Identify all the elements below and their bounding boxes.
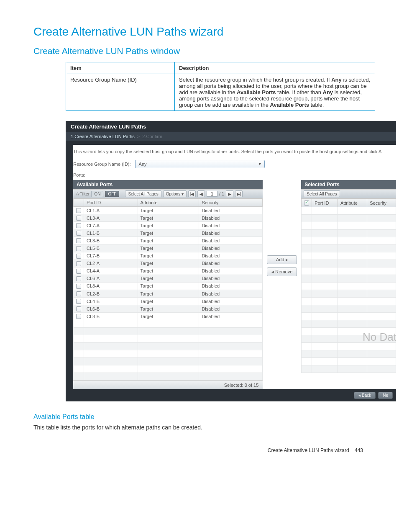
row-checkbox[interactable] [76, 314, 81, 319]
step-separator: > [137, 134, 140, 139]
remove-button[interactable]: ◂ Remove [267, 267, 297, 276]
filter-off-tab[interactable]: OFF [105, 191, 119, 197]
transfer-buttons: Add ▸ ◂ Remove [267, 180, 297, 276]
table-row[interactable]: CL4-ATargetDisabled [74, 267, 263, 275]
section-title: Create Alternative LUN Paths window [33, 46, 366, 56]
available-ports-header: Available Ports [73, 180, 263, 189]
table-row-empty [302, 260, 396, 267]
step-1: 1.Create Alternative LUN Paths [71, 134, 135, 139]
next-button[interactable]: Ne [378, 392, 393, 399]
table-row[interactable]: CL5-BTargetDisabled [74, 244, 263, 252]
sel-col-attribute[interactable]: Attribute [338, 199, 367, 207]
desc-description: Select the resource group in which the h… [175, 74, 375, 111]
col-port-id[interactable]: Port ID [84, 199, 138, 207]
table-row[interactable]: CL4-BTargetDisabled [74, 298, 263, 305]
wizard-intro: This wizard lets you copy the selected h… [73, 149, 396, 158]
selected-select-all-button[interactable]: Select All Pages [304, 190, 340, 197]
available-ports-toolbar: ✩Filter ON OFF Select All Pages Options … [73, 189, 263, 198]
row-checkbox[interactable] [76, 216, 81, 221]
add-button[interactable]: Add ▸ [267, 255, 297, 264]
available-ports-footer: Selected: 0 of 15 [73, 380, 263, 389]
table-row[interactable]: CL7-BTargetDisabled [74, 252, 263, 260]
table-row-empty [302, 320, 396, 328]
row-checkbox[interactable] [76, 208, 81, 213]
resource-group-select[interactable]: Any ▼ [135, 160, 265, 168]
col-attribute[interactable]: Attribute [138, 199, 199, 207]
footer-title: Create Alternative LUN Paths wizard [268, 447, 349, 453]
sel-col-security[interactable]: Security [367, 199, 396, 207]
row-checkbox[interactable] [76, 223, 81, 228]
row-checkbox[interactable] [76, 231, 81, 236]
table-row[interactable]: CL2-ATargetDisabled [74, 260, 263, 267]
table-row-empty [302, 245, 396, 252]
first-page-button[interactable]: |◀ [188, 190, 196, 197]
table-row-empty [74, 343, 263, 350]
table-row-empty [302, 365, 396, 373]
selected-ports-grid: Port ID Attribute Security [301, 198, 396, 373]
table-row[interactable]: CL6-ATargetDisabled [74, 275, 263, 282]
col-checkbox [74, 199, 84, 207]
row-checkbox[interactable] [76, 254, 81, 259]
row-checkbox[interactable] [76, 269, 81, 274]
available-ports-panel: Available Ports ✩Filter ON OFF Select Al… [73, 180, 263, 389]
select-all-pages-button[interactable]: Select All Pages [125, 190, 161, 197]
table-row-empty [302, 305, 396, 313]
wizard-screenshot: Create Alternative LUN Paths 1.Create Al… [66, 121, 396, 401]
row-checkbox[interactable] [76, 261, 81, 266]
table-row-empty [74, 358, 263, 365]
table-row-empty [302, 222, 396, 230]
table-row[interactable]: CL3-BTargetDisabled [74, 237, 263, 244]
table-row[interactable]: CL1-ATargetDisabled [74, 207, 263, 214]
table-row-empty [74, 373, 263, 380]
selected-ports-toolbar: Select All Pages [301, 189, 396, 198]
table-row[interactable]: CL1-BTargetDisabled [74, 229, 263, 237]
table-row[interactable]: CL2-BTargetDisabled [74, 290, 263, 298]
desc-header-description: Description [175, 62, 375, 74]
desc-header-item: Item [66, 62, 175, 74]
table-row-empty [302, 267, 396, 275]
next-page-button[interactable]: ▶ [226, 190, 233, 197]
col-security[interactable]: Security [199, 199, 263, 207]
prev-page-button[interactable]: ◀ [197, 190, 205, 197]
subsection-body: This table lists the ports for which alt… [33, 424, 366, 431]
checkbox-icon[interactable] [304, 200, 309, 206]
table-row[interactable]: CL7-ATargetDisabled [74, 222, 263, 229]
table-row[interactable]: CL8-BTargetDisabled [74, 313, 263, 320]
desc-item: Resource Group Name (ID) [66, 74, 175, 111]
filter-on-tab[interactable]: ON [91, 191, 103, 197]
description-table: Item Description Resource Group Name (ID… [66, 62, 375, 111]
table-row-empty [74, 328, 263, 335]
table-row-empty [302, 350, 396, 358]
row-checkbox[interactable] [76, 238, 81, 243]
available-ports-grid: Port ID Attribute Security CL1-ATargetDi… [73, 198, 263, 380]
subsection-title: Available Ports table [33, 413, 366, 421]
sel-col-port-id[interactable]: Port ID [312, 199, 338, 207]
table-row-empty [302, 298, 396, 305]
wizard-steps: 1.Create Alternative LUN Paths > 2.Confi… [66, 132, 396, 141]
table-row-empty [302, 313, 396, 320]
table-row[interactable]: CL3-ATargetDisabled [74, 214, 263, 222]
row-checkbox[interactable] [76, 246, 81, 251]
table-row[interactable]: CL8-ATargetDisabled [74, 282, 263, 290]
page-input[interactable] [207, 191, 217, 197]
row-checkbox[interactable] [76, 306, 81, 311]
table-row-empty [74, 320, 263, 328]
options-button[interactable]: Options ▾ [163, 190, 187, 197]
back-button[interactable]: ◂ Back [354, 392, 376, 399]
last-page-button[interactable]: ▶| [235, 190, 243, 197]
selected-ports-panel: Selected Ports Select All Pages Port ID … [301, 180, 396, 373]
row-checkbox[interactable] [76, 299, 81, 304]
footer-page-number: 443 [355, 447, 363, 453]
page-title: Create Alternative LUN Paths wizard [33, 25, 366, 39]
resource-group-value: Any [139, 162, 147, 167]
page-total: / 1 [219, 191, 224, 196]
col-checkbox-selected[interactable] [302, 199, 312, 207]
table-row-empty [302, 252, 396, 260]
table-row-empty [302, 283, 396, 290]
row-checkbox[interactable] [76, 284, 81, 289]
row-checkbox[interactable] [76, 291, 81, 296]
row-checkbox[interactable] [76, 276, 81, 281]
page-footer: Create Alternative LUN Paths wizard 443 [33, 431, 366, 453]
table-row[interactable]: CL6-BTargetDisabled [74, 305, 263, 313]
table-row-empty [74, 350, 263, 358]
